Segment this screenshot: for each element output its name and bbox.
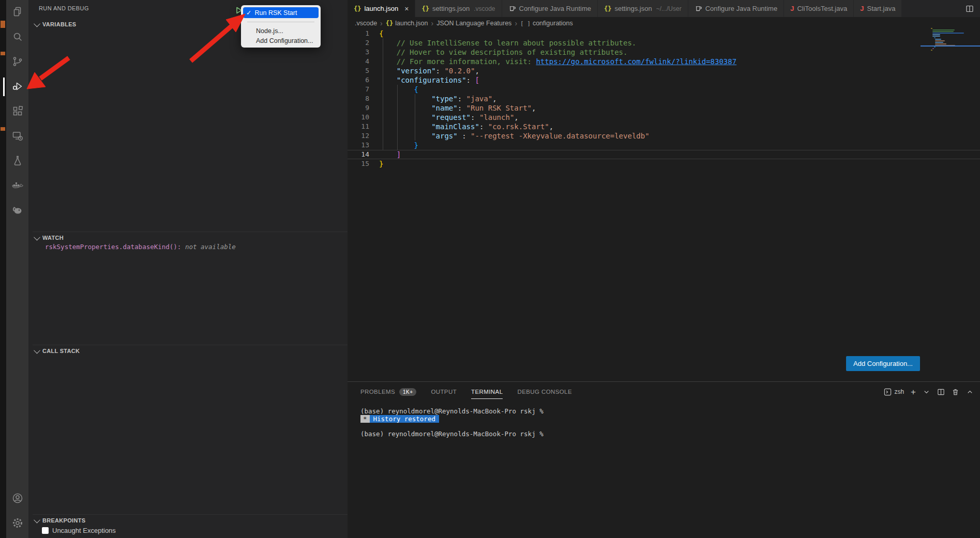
code-line-5[interactable]: 5 "version": "0.2.0", (348, 66, 980, 75)
code-line-4[interactable]: 4 // For more information, visit: https:… (348, 57, 980, 66)
minimap-line (935, 42, 943, 43)
activity-item-account[interactable] (6, 486, 28, 511)
activity-item-settings[interactable] (6, 511, 28, 536)
code-line-9[interactable]: 9 "name": "Run RSK Start", (348, 103, 980, 113)
edge-decoration (1, 127, 5, 131)
line-number[interactable]: 8 (348, 94, 369, 103)
code-line-11[interactable]: 11 "mainClass": "co.rsk.Start", (348, 122, 980, 131)
code-line-14[interactable]: 14 ] (348, 150, 980, 159)
minimap-line (935, 43, 946, 44)
line-number[interactable]: 1 (348, 29, 369, 38)
minimap[interactable] (931, 28, 977, 51)
shell-label: zsh (894, 388, 904, 395)
activity-item-remote-explorer[interactable] (6, 124, 28, 149)
watch-label: WATCH (42, 235, 64, 241)
panel-tab-output[interactable]: OUTPUT (431, 382, 457, 402)
json-file-icon: {} (354, 5, 361, 12)
code-token: : (458, 95, 466, 103)
code-line-13[interactable]: 13 } (348, 141, 980, 150)
line-number[interactable]: 4 (348, 57, 369, 66)
code-line-8[interactable]: 8 "type": "java", (348, 94, 980, 103)
line-number[interactable]: 15 (348, 159, 369, 168)
activity-item-run-and-debug[interactable] (6, 74, 28, 99)
activity-item-testing[interactable] (6, 149, 28, 174)
watch-expression-row[interactable]: rskSystemProperties.databaseKind(): not … (45, 243, 236, 251)
code-line-12[interactable]: 12 "args" : "--regtest -Xkeyvalue.dataso… (348, 131, 980, 141)
terminal-line (360, 423, 544, 431)
breadcrumb-item-json-language-features[interactable]: JSON Language Features (436, 20, 511, 27)
call-stack-section-header[interactable]: CALL STACK (33, 345, 348, 357)
activity-item-source-control[interactable] (6, 50, 28, 74)
terminal-line: (base) reynoldmorel@Reynolds-MacBook-Pro… (360, 431, 544, 438)
activity-item-explorer[interactable] (6, 0, 28, 25)
panel-tab-problems[interactable]: PROBLEMS1K+ (360, 382, 416, 402)
split-terminal-icon[interactable] (937, 388, 945, 396)
menu-item-node-js-[interactable]: Node.js... (243, 26, 319, 36)
breadcrumb-label: JSON Language Features (436, 20, 511, 27)
line-number[interactable]: 2 (348, 38, 369, 48)
tab-label: settings.json (432, 5, 470, 12)
line-number[interactable]: 11 (348, 122, 369, 131)
editor-group: {}launch.json×{}settings.json.vscodeConf… (348, 0, 980, 381)
activity-item-extensions[interactable] (6, 99, 28, 124)
activity-item-docker[interactable] (6, 174, 28, 198)
code-line-1[interactable]: 1{ (348, 29, 980, 38)
breadcrumb-item--vscode[interactable]: .vscode (355, 20, 377, 27)
code-line-2[interactable]: 2 // Use IntelliSense to learn about pos… (348, 38, 980, 48)
code-line-15[interactable]: 15} (348, 159, 980, 168)
line-number[interactable]: 14 (348, 150, 369, 159)
line-number[interactable]: 5 (348, 66, 369, 75)
minimap-current-line (921, 45, 980, 47)
line-number[interactable]: 9 (348, 103, 369, 113)
chevron-down-icon (34, 234, 40, 240)
kill-terminal-icon[interactable] (952, 388, 959, 396)
code-token: "0.2.0" (444, 67, 475, 75)
terminal-output[interactable]: (base) reynoldmorel@Reynolds-MacBook-Pro… (360, 408, 544, 438)
java-file-icon: J (790, 5, 794, 12)
close-icon[interactable]: × (404, 5, 409, 13)
breadcrumb-item-configurations[interactable]: [ ]configurations (520, 20, 573, 27)
launch-profile-chevron-icon[interactable] (923, 388, 930, 396)
tab-configure-java-runtime[interactable]: Configure Java Runtime (688, 0, 784, 17)
code-token: : (458, 132, 471, 140)
line-number[interactable]: 13 (348, 141, 369, 150)
new-terminal-icon[interactable]: + (911, 388, 916, 396)
activity-item-search[interactable] (6, 25, 28, 50)
code-token: : (466, 76, 475, 84)
history-star-badge: * (360, 415, 370, 423)
add-configuration-button[interactable]: Add Configuration... (846, 356, 920, 371)
code-token: "version" (379, 67, 436, 75)
breakpoints-section-header[interactable]: BREAKPOINTS (33, 514, 348, 526)
panel-tab-terminal[interactable]: TERMINAL (471, 382, 503, 402)
maximize-panel-icon[interactable] (966, 388, 974, 396)
tab-configure-java-runtime[interactable]: Configure Java Runtime (502, 0, 598, 17)
panel-tab-debug-console[interactable]: DEBUG CONSOLE (517, 382, 572, 402)
code-line-3[interactable]: 3 // Hover to view descriptions of exist… (348, 48, 980, 57)
activity-item-gradle[interactable] (6, 198, 28, 223)
tab-launch-json[interactable]: {}launch.json× (348, 0, 415, 17)
menu-item-add-configuration-[interactable]: Add Configuration... (243, 36, 319, 45)
code-line-10[interactable]: 10 "request": "launch", (348, 113, 980, 122)
split-editor-icon[interactable] (959, 0, 980, 17)
code-editor[interactable]: 1{2 // Use IntelliSense to learn about p… (348, 29, 980, 168)
line-number[interactable]: 6 (348, 75, 369, 85)
tab-settings-json[interactable]: {}settings.json~/.../User (598, 0, 688, 17)
menu-item-run-rsk-start[interactable]: ✓ Run RSK Start (243, 7, 319, 18)
uncaught-exceptions-checkbox[interactable] (42, 527, 49, 534)
line-number[interactable]: 10 (348, 113, 369, 122)
line-number[interactable]: 12 (348, 131, 369, 141)
code-line-7[interactable]: 7 { (348, 85, 980, 94)
link-text[interactable]: https://go.microsoft.com/fwlink/?linkid=… (536, 57, 736, 66)
breadcrumb-item-launch-json[interactable]: {}launch.json (386, 20, 428, 27)
watch-section-header[interactable]: WATCH (33, 232, 348, 243)
tab-settings-json[interactable]: {}settings.json.vscode (415, 0, 502, 17)
shell-selector[interactable]: zsh (884, 388, 904, 396)
edge-decoration (1, 21, 5, 28)
line-number[interactable]: 3 (348, 48, 369, 57)
tab-clitoolstest-java[interactable]: JCliToolsTest.java (784, 0, 854, 17)
edge-decoration (1, 52, 5, 55)
code-line-6[interactable]: 6 "configurations": [ (348, 75, 980, 85)
tab-start-java[interactable]: JStart.java (854, 0, 902, 17)
breakpoint-row[interactable]: Uncaught Exceptions (42, 527, 116, 534)
line-number[interactable]: 7 (348, 85, 369, 94)
